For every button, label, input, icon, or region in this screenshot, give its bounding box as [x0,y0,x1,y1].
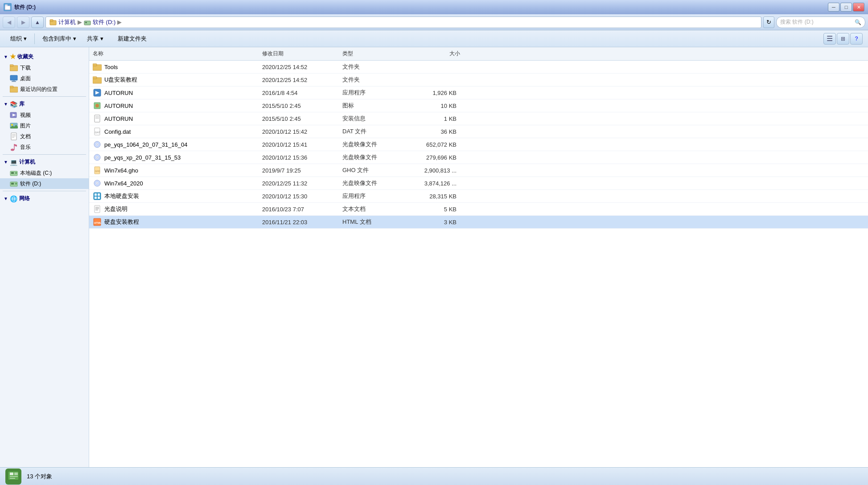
main-area: ▼ ★ 收藏夹 下载 桌面 最近访问的位置 [0,47,868,467]
file-type: 文本文档 [339,204,406,214]
computer-label: 计算机 [19,158,35,166]
table-row[interactable]: 本地硬盘安装 2020/10/12 15:30 应用程序 28,315 KB [89,190,868,203]
help-button[interactable]: ? [850,33,863,45]
table-row[interactable]: pe_yqs_1064_20_07_31_16_04 2020/10/12 15… [89,138,868,151]
file-name-cell: HTML 硬盘安装教程 [89,217,259,227]
file-type: 文件夹 [339,62,406,72]
sidebar-network-header[interactable]: ▼ 🌐 网络 [0,193,89,204]
sidebar-computer-header[interactable]: ▼ 💻 计算机 [0,156,89,168]
favorites-star-icon: ★ [10,53,16,61]
view-details[interactable]: ⊞ [837,33,849,45]
favorites-collapse-icon: ▼ [4,54,8,59]
file-date: 2019/9/7 19:25 [259,166,339,175]
table-row[interactable]: GHO Win7x64.gho 2019/9/7 19:25 GHO 文件 2,… [89,164,868,177]
file-type: 应用程序 [339,191,406,201]
file-size: 1 KB [406,115,464,123]
include-button[interactable]: 包含到库中 ▾ [37,32,81,45]
svg-rect-54 [95,193,97,196]
svg-point-25 [15,172,17,174]
col-name-header[interactable]: 名称 [89,49,259,58]
file-name-cell: AUTORUN [89,113,259,124]
table-row[interactable]: U盘安装教程 2020/12/25 14:52 文件夹 [89,74,868,86]
organize-arrow: ▾ [24,35,27,42]
file-size: 10 KB [406,102,464,110]
library-collapse-icon: ▼ [4,102,8,107]
table-row[interactable]: pe_yqs_xp_20_07_31_15_53 2020/10/12 15:3… [89,151,868,164]
svg-rect-68 [10,478,15,479]
minimize-button[interactable]: ─ [828,3,839,12]
forward-button[interactable]: ▶ [17,16,29,28]
table-row[interactable]: Win7x64_2020 2020/12/25 11:32 光盘映像文件 3,8… [89,177,868,190]
svg-rect-0 [5,6,10,10]
sidebar-item-software-d[interactable]: 软件 (D:) [0,178,89,189]
svg-text:GHO: GHO [95,170,100,173]
svg-rect-12 [10,86,13,88]
desktop-label: 桌面 [20,75,31,82]
table-row[interactable]: AUTORUN 2015/5/10 2:45 安装信息 1 KB [89,112,868,125]
file-name: 硬盘安装教程 [104,218,139,226]
organize-button[interactable]: 组织 ▾ [5,32,32,45]
filelist-header: 名称 修改日期 类型 大小 [89,47,868,61]
maximize-button[interactable]: □ [840,3,852,12]
search-icon: 🔍 [855,19,861,25]
doc-icon [10,132,18,140]
file-type-icon [93,75,102,84]
sidebar-library-header[interactable]: ▼ 📚 库 [0,99,89,110]
table-row[interactable]: 光盘说明 2016/10/23 7:07 文本文档 5 KB [89,203,868,216]
table-row[interactable]: AUTORUN 2016/1/8 4:54 应用程序 1,926 KB [89,86,868,99]
file-type: 安装信息 [339,114,406,123]
sidebar-item-music[interactable]: 音乐 [0,142,89,152]
col-size-header[interactable]: 大小 [406,49,464,58]
sidebar-item-local-c[interactable]: 本地磁盘 (C:) [0,168,89,178]
svg-point-36 [95,104,99,107]
statusbar: 13 个对象 [0,467,868,485]
file-date: 2016/11/21 22:03 [259,218,339,226]
file-size: 652,072 KB [406,140,464,149]
share-button[interactable]: 共享 ▾ [82,32,108,45]
col-type-header[interactable]: 类型 [339,49,406,58]
sidebar-item-downloads[interactable]: 下载 [0,62,89,73]
sidebar-item-recent[interactable]: 最近访问的位置 [0,84,89,95]
svg-rect-56 [95,197,97,199]
sidebar-item-video[interactable]: 视频 [0,110,89,120]
svg-rect-24 [11,172,14,174]
file-type: HTML 文档 [339,217,406,227]
path-computer: 计算机 [58,18,76,26]
titlebar-left: 软件 (D:) [4,3,36,11]
col-date-header[interactable]: 修改日期 [259,49,339,58]
sidebar-section-library: ▼ 📚 库 视频 图片 文档 [0,99,89,152]
close-button[interactable]: ✕ [853,3,864,12]
file-size [406,79,464,81]
sidebar-section-computer: ▼ 💻 计算机 本地磁盘 (C:) 软件 (D:) [0,156,89,189]
refresh-button[interactable]: ↻ [763,16,774,28]
svg-rect-65 [10,473,13,475]
svg-rect-27 [11,183,14,185]
path-software: 软件 (D:) [93,18,115,26]
search-box[interactable]: 搜索 软件 (D:) 🔍 [776,16,865,28]
new-folder-button[interactable]: 新建文件夹 [113,32,152,45]
sidebar-item-desktop[interactable]: 桌面 [0,73,89,84]
file-type-icon [93,88,102,97]
file-type-icon [93,140,102,149]
file-type-icon: GHO [93,166,102,175]
file-name: pe_yqs_xp_20_07_31_15_53 [104,154,181,161]
file-name-cell: Win7x64_2020 [89,178,259,189]
svg-rect-32 [93,77,97,79]
up-button[interactable]: ▲ [31,16,44,28]
view-toggle[interactable]: ☰ [823,33,836,45]
sidebar-item-doc[interactable]: 文档 [0,131,89,142]
table-row[interactable]: AUTORUN 2015/5/10 2:45 图标 10 KB [89,99,868,112]
file-type-icon [93,153,102,162]
drive-d-icon [10,180,18,188]
sidebar-item-image[interactable]: 图片 [0,120,89,131]
file-size: 2,900,813 ... [406,166,464,175]
svg-text:HTML: HTML [94,222,101,224]
sidebar-favorites-header[interactable]: ▼ ★ 收藏夹 [0,51,89,62]
table-row[interactable]: DAT Config.dat 2020/10/12 15:42 DAT 文件 3… [89,125,868,138]
table-row[interactable]: HTML 硬盘安装教程 2016/11/21 22:03 HTML 文档 3 K… [89,216,868,229]
address-path[interactable]: 计算机 ▶ 软件 (D:) ▶ [45,16,761,28]
file-date: 2015/5/10 2:45 [259,102,339,110]
file-name: Tools [104,64,118,70]
table-row[interactable]: Tools 2020/12/25 14:52 文件夹 [89,61,868,74]
back-button[interactable]: ◀ [3,16,15,28]
